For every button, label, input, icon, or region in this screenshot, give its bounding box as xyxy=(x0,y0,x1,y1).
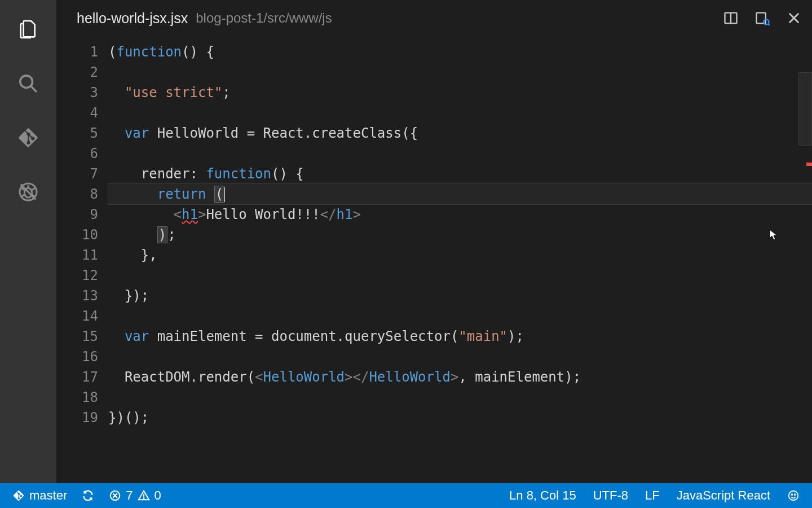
error-count: 7 xyxy=(126,488,133,503)
branch-name: master xyxy=(29,488,67,503)
git-branch-status[interactable]: master xyxy=(12,488,67,503)
line-number: 16 xyxy=(56,347,98,367)
search-icon[interactable] xyxy=(15,70,42,97)
code-line[interactable] xyxy=(108,306,812,326)
svg-point-23 xyxy=(791,494,792,495)
line-number: 6 xyxy=(56,143,98,164)
code-line[interactable]: <h1>Hello World!!!</h1> xyxy=(108,204,812,225)
code-line[interactable]: ReactDOM.render(<HelloWorld></HelloWorld… xyxy=(108,367,812,387)
code-line[interactable]: return ( xyxy=(108,184,812,204)
line-number: 5 xyxy=(56,123,98,143)
code-line[interactable] xyxy=(108,387,812,408)
svg-line-7 xyxy=(21,195,24,196)
cursor-position[interactable]: Ln 8, Col 15 xyxy=(509,488,576,503)
split-editor-icon[interactable] xyxy=(723,10,739,26)
editor-tab-header: hello-world-jsx.jsx blog-post-1/src/www/… xyxy=(56,0,812,36)
line-number: 8 xyxy=(56,184,98,204)
code-line[interactable] xyxy=(108,347,812,367)
code-line[interactable] xyxy=(108,265,812,286)
line-number: 17 xyxy=(56,367,98,387)
line-number: 14 xyxy=(56,306,98,326)
warning-count: 0 xyxy=(155,488,161,503)
code-line[interactable]: }); xyxy=(108,286,812,306)
show-preview-icon[interactable] xyxy=(754,10,770,26)
svg-point-21 xyxy=(143,498,144,498)
svg-point-24 xyxy=(795,494,796,495)
line-number-gutter: 12345678910111213141516171819 xyxy=(56,36,108,483)
line-number: 19 xyxy=(56,408,98,428)
tab-actions xyxy=(723,10,802,26)
status-bar: master 7 0 Ln 8, Col 15 UTF-8 LF JavaScr… xyxy=(0,483,812,508)
code-line[interactable] xyxy=(108,143,812,164)
code-line[interactable]: var mainElement = document.querySelector… xyxy=(108,326,812,347)
close-tab-icon[interactable] xyxy=(786,10,802,26)
overview-viewport[interactable] xyxy=(798,72,812,146)
code-line[interactable]: })(); xyxy=(108,408,812,428)
line-number: 1 xyxy=(56,42,98,62)
code-line[interactable]: (function() { xyxy=(108,42,812,62)
svg-point-22 xyxy=(789,491,798,501)
code-line[interactable] xyxy=(108,103,812,123)
code-line[interactable]: }, xyxy=(108,245,812,265)
feedback-icon[interactable] xyxy=(787,489,800,502)
main-area: hello-world-jsx.jsx blog-post-1/src/www/… xyxy=(0,0,812,483)
code-line[interactable]: ); xyxy=(108,225,812,245)
editor-body[interactable]: 12345678910111213141516171819 (function(… xyxy=(56,36,812,483)
line-number: 12 xyxy=(56,265,98,286)
svg-line-6 xyxy=(32,188,35,190)
code-area[interactable]: (function() { "use strict"; var HelloWor… xyxy=(108,36,812,483)
code-line[interactable]: render: function() { xyxy=(108,164,812,184)
overview-error-marker[interactable] xyxy=(806,163,812,166)
language-mode[interactable]: JavaScript React xyxy=(677,488,770,503)
line-number: 11 xyxy=(56,245,98,265)
code-line[interactable]: "use strict"; xyxy=(108,82,812,103)
editor-column: hello-world-jsx.jsx blog-post-1/src/www/… xyxy=(56,0,812,483)
line-number: 3 xyxy=(56,82,98,103)
line-number: 7 xyxy=(56,164,98,184)
line-number: 10 xyxy=(56,225,98,245)
activity-bar xyxy=(0,0,56,483)
tab-path: blog-post-1/src/www/js xyxy=(196,10,332,26)
debug-icon[interactable] xyxy=(15,178,42,205)
problems-status[interactable]: 7 0 xyxy=(109,488,161,503)
overview-ruler[interactable] xyxy=(798,72,812,483)
line-number: 15 xyxy=(56,326,98,347)
encoding-status[interactable]: UTF-8 xyxy=(593,488,628,503)
code-line[interactable]: var HelloWorld = React.createClass({ xyxy=(108,123,812,143)
line-number: 9 xyxy=(56,204,98,225)
git-icon[interactable] xyxy=(15,124,42,151)
line-number: 4 xyxy=(56,103,98,123)
code-line[interactable] xyxy=(108,62,812,82)
line-number: 18 xyxy=(56,387,98,408)
svg-line-1 xyxy=(31,86,37,92)
svg-point-0 xyxy=(20,76,33,88)
explorer-icon[interactable] xyxy=(15,16,42,43)
svg-line-14 xyxy=(769,24,770,25)
tab-filename[interactable]: hello-world-jsx.jsx xyxy=(77,10,188,27)
line-number: 13 xyxy=(56,286,98,306)
eol-status[interactable]: LF xyxy=(645,488,660,503)
line-number: 2 xyxy=(56,62,98,82)
sync-button[interactable] xyxy=(82,489,94,502)
